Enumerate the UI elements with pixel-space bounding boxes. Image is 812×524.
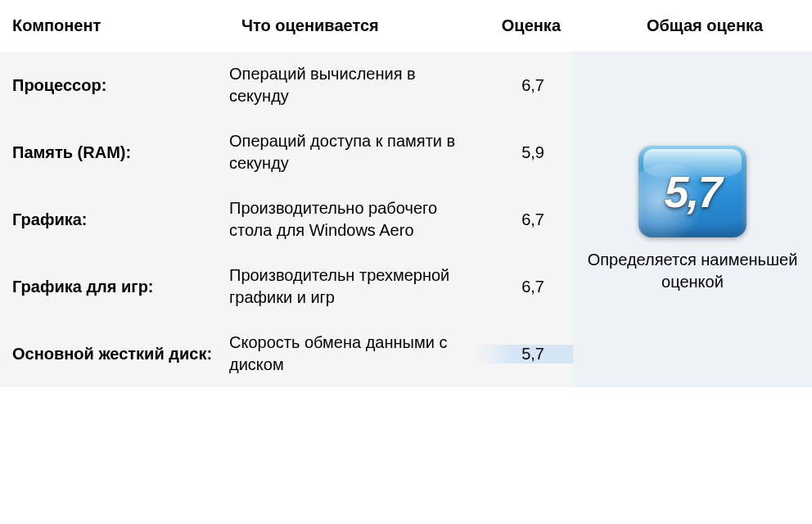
component-description: Операций доступа к памяти в секунду	[229, 130, 475, 174]
component-score: 6,7	[475, 278, 573, 296]
header-description: Что оценивается	[241, 16, 487, 35]
component-name: Память (RAM):	[12, 143, 229, 162]
component-score: 6,7	[475, 76, 573, 95]
component-description: Производительно рабочего стола для Windo…	[229, 197, 475, 242]
component-name: Основной жесткий диск:	[12, 345, 229, 364]
header-overall: Общая оценка	[585, 16, 812, 35]
component-description: Операций вычисления в секунду	[229, 63, 475, 107]
component-description: Производительн трехмерной графики и игр	[229, 264, 475, 309]
wei-panel: Компонент Что оценивается Оценка Общая о…	[0, 0, 812, 387]
wei-badge-icon: 5,7	[638, 146, 747, 237]
component-score: 5,9	[475, 143, 573, 162]
component-score: 6,7	[475, 210, 573, 229]
table-header: Компонент Что оценивается Оценка Общая о…	[0, 0, 812, 52]
header-component: Компонент	[12, 16, 241, 35]
component-score-lowest: 5,7	[475, 345, 573, 364]
component-description: Скорость обмена данными с диском	[229, 332, 475, 376]
component-name: Графика:	[12, 210, 229, 229]
overall-score-value: 5,7	[664, 166, 720, 217]
table-body: Процессор: Операций вычисления в секунду…	[0, 52, 812, 387]
header-score: Оценка	[487, 16, 585, 35]
overall-score-panel: 5,7 Определяется наименьшей оценкой	[573, 52, 812, 387]
component-name: Процессор:	[12, 76, 229, 95]
overall-score-caption: Определяется наименьшей оценкой	[573, 249, 812, 293]
component-name: Графика для игр:	[12, 278, 229, 296]
